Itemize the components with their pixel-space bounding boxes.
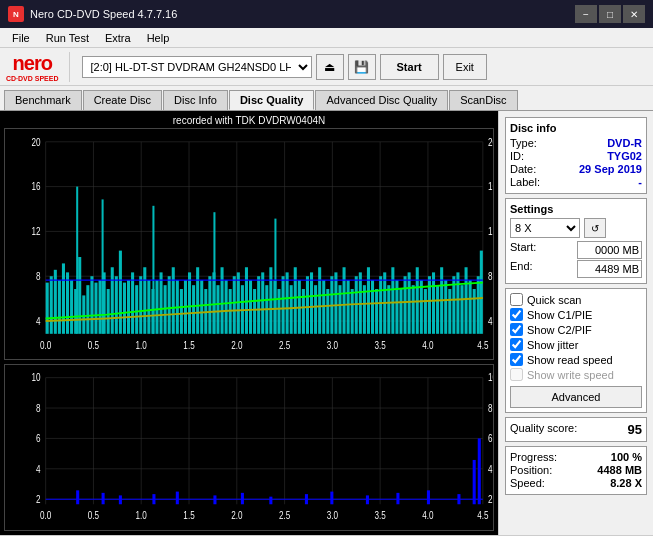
svg-text:0.5: 0.5 [88, 511, 99, 522]
svg-rect-74 [245, 267, 248, 334]
svg-rect-50 [147, 280, 150, 334]
svg-rect-61 [192, 285, 195, 334]
svg-text:2.0: 2.0 [231, 340, 242, 351]
svg-rect-128 [465, 267, 468, 334]
svg-rect-123 [444, 280, 447, 334]
svg-text:1.0: 1.0 [136, 340, 147, 351]
advanced-button[interactable]: Advanced [510, 386, 642, 408]
svg-text:10: 10 [488, 373, 493, 384]
position-row: Position: 4488 MB [510, 464, 642, 476]
show-c2pif-checkbox[interactable] [510, 323, 523, 336]
show-c1pie-checkbox[interactable] [510, 308, 523, 321]
svg-rect-181 [269, 497, 272, 505]
eject-button[interactable]: ⏏ [316, 54, 344, 80]
drive-select[interactable]: [2:0] HL-DT-ST DVDRAM GH24NSD0 LH00 [82, 56, 312, 78]
quick-scan-checkbox[interactable] [510, 293, 523, 306]
svg-rect-176 [119, 496, 122, 505]
svg-rect-42 [115, 276, 118, 334]
disc-type-value: DVD-R [607, 137, 642, 149]
svg-text:3.0: 3.0 [327, 340, 338, 351]
svg-rect-77 [257, 276, 260, 334]
svg-rect-132 [480, 251, 483, 334]
show-c2pif-label: Show C2/PIF [527, 324, 592, 336]
svg-text:4: 4 [36, 464, 41, 475]
svg-rect-67 [216, 285, 219, 334]
main-content: recorded with TDK DVDRW0404N [0, 111, 653, 535]
svg-rect-188 [478, 439, 481, 505]
menu-extra[interactable]: Extra [97, 30, 139, 46]
svg-rect-117 [420, 280, 423, 334]
svg-text:20: 20 [32, 137, 41, 148]
quick-scan-label: Quick scan [527, 294, 581, 306]
show-c2pif-row: Show C2/PIF [510, 323, 642, 336]
svg-rect-189 [473, 460, 476, 504]
svg-text:2.0: 2.0 [231, 511, 242, 522]
start-range-input[interactable] [577, 241, 642, 259]
maximize-button[interactable]: □ [599, 5, 621, 23]
start-button[interactable]: Start [380, 54, 439, 80]
save-button[interactable]: 💾 [348, 54, 376, 80]
tabs-bar: Benchmark Create Disc Disc Info Disc Qua… [0, 86, 653, 111]
tab-benchmark[interactable]: Benchmark [4, 90, 82, 110]
tab-advanced-disc-quality[interactable]: Advanced Disc Quality [315, 90, 448, 110]
disc-date-row: Date: 29 Sep 2019 [510, 163, 642, 175]
show-write-speed-row: Show write speed [510, 368, 642, 381]
exit-button[interactable]: Exit [443, 54, 487, 80]
svg-rect-124 [448, 289, 451, 334]
svg-rect-56 [172, 267, 175, 334]
menu-run-test[interactable]: Run Test [38, 30, 97, 46]
svg-text:8: 8 [36, 403, 41, 414]
top-chart: 20 16 12 8 4 20 16 12 8 4 [4, 128, 494, 360]
speed-select[interactable]: 8 X [510, 218, 580, 238]
tab-disc-info[interactable]: Disc Info [163, 90, 228, 110]
progress-label: Progress: [510, 451, 557, 463]
settings-section: Settings 8 X ↺ Start: End: [505, 198, 647, 284]
svg-rect-55 [168, 276, 171, 334]
progress-value: 100 % [611, 451, 642, 463]
svg-rect-110 [391, 267, 394, 334]
show-read-speed-checkbox[interactable] [510, 353, 523, 366]
quality-row: Quality score: 95 [510, 422, 642, 437]
svg-text:3.0: 3.0 [327, 511, 338, 522]
disc-id-value: TYG02 [607, 150, 642, 162]
svg-rect-58 [180, 289, 183, 334]
top-chart-svg: 20 16 12 8 4 20 16 12 8 4 [5, 129, 493, 359]
tab-create-disc[interactable]: Create Disc [83, 90, 162, 110]
svg-rect-100 [351, 289, 354, 334]
svg-text:20: 20 [488, 137, 493, 148]
svg-rect-36 [90, 276, 93, 334]
close-button[interactable]: ✕ [623, 5, 645, 23]
show-write-speed-label: Show write speed [527, 369, 614, 381]
svg-text:4.5: 4.5 [477, 511, 488, 522]
svg-text:0.0: 0.0 [40, 340, 51, 351]
disc-info-title: Disc info [510, 122, 642, 134]
bottom-chart-svg: 10 8 6 4 2 10 8 6 4 2 [5, 365, 493, 530]
svg-text:4.5: 4.5 [477, 340, 488, 351]
svg-rect-63 [200, 280, 203, 334]
svg-rect-75 [249, 280, 252, 334]
svg-rect-118 [424, 289, 427, 334]
svg-rect-68 [221, 267, 224, 334]
svg-rect-45 [127, 280, 130, 334]
svg-text:2.5: 2.5 [279, 340, 290, 351]
svg-rect-69 [225, 280, 228, 334]
svg-rect-90 [310, 272, 313, 333]
svg-rect-25 [46, 283, 49, 334]
minimize-button[interactable]: − [575, 5, 597, 23]
svg-text:2.5: 2.5 [279, 511, 290, 522]
start-range-label: Start: [510, 241, 536, 259]
svg-rect-71 [233, 276, 236, 334]
svg-rect-131 [477, 276, 480, 334]
show-jitter-checkbox[interactable] [510, 338, 523, 351]
menu-file[interactable]: File [4, 30, 38, 46]
menu-help[interactable]: Help [139, 30, 178, 46]
tab-scan-disc[interactable]: ScanDisc [449, 90, 517, 110]
svg-rect-86 [294, 267, 297, 334]
tab-disc-quality[interactable]: Disc Quality [229, 90, 315, 110]
end-range-input[interactable] [577, 260, 642, 278]
svg-rect-92 [318, 267, 321, 334]
refresh-icon[interactable]: ↺ [584, 218, 606, 238]
quality-section: Quality score: 95 [505, 417, 647, 442]
svg-rect-174 [76, 491, 79, 505]
svg-text:1.5: 1.5 [183, 511, 194, 522]
